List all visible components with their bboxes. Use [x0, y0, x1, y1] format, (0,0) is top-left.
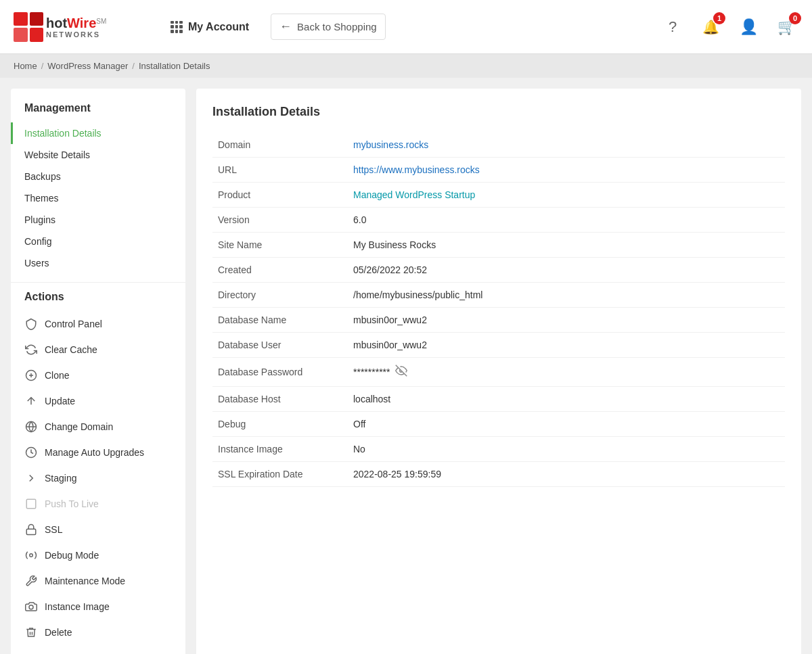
label-product: Product [212, 183, 348, 208]
config-label: Config [24, 236, 51, 247]
logo-hot: hot [46, 16, 67, 30]
table-row: URL https://www.mybusiness.rocks [212, 158, 785, 183]
label-directory: Directory [212, 283, 348, 308]
notification-badge: 1 [713, 12, 725, 24]
action-ssl[interactable]: SSL [11, 517, 185, 542]
help-icon: ? [669, 18, 677, 36]
toggle-password-icon[interactable] [395, 365, 407, 379]
value-version: 6.0 [348, 208, 785, 233]
value-created: 05/26/2022 20:52 [348, 258, 785, 283]
action-push-to-live: Push To Live [11, 491, 185, 517]
action-clone[interactable]: Clone [11, 363, 185, 388]
globe-icon [24, 420, 38, 434]
sidebar-item-users[interactable]: Users [11, 252, 185, 274]
management-title: Management [11, 102, 185, 122]
breadcrumb: Home / WordPress Manager / Installation … [0, 54, 812, 78]
delete-label: Delete [45, 627, 72, 638]
cart-badge: 0 [789, 12, 801, 24]
label-instance-image: Instance Image [212, 437, 348, 462]
website-details-label: Website Details [24, 149, 90, 160]
table-row: Database Name mbusin0or_wwu2 [212, 308, 785, 333]
staging-icon [24, 471, 38, 485]
value-instance-image: No [348, 437, 785, 462]
action-instance-image[interactable]: Instance Image [11, 594, 185, 620]
action-control-panel[interactable]: Control Panel [11, 311, 185, 337]
table-row: Database Host localhost [212, 387, 785, 412]
label-ssl-expiration: SSL Expiration Date [212, 462, 348, 487]
sidebar-item-themes[interactable]: Themes [11, 187, 185, 209]
value-domain: mybusiness.rocks [348, 133, 785, 158]
action-delete[interactable]: Delete [11, 620, 185, 645]
my-account-button[interactable]: My Account [162, 16, 257, 39]
action-manage-auto-upgrades[interactable]: Manage Auto Upgrades [11, 440, 185, 465]
value-debug: Off [348, 412, 785, 437]
lock-icon [24, 523, 38, 536]
label-created: Created [212, 258, 348, 283]
table-row: Directory /home/mybusiness/public_html [212, 283, 785, 308]
password-dots: ********** [353, 367, 390, 377]
breadcrumb-home[interactable]: Home [14, 61, 37, 71]
table-row: Version 6.0 [212, 208, 785, 233]
sidebar-item-website-details[interactable]: Website Details [11, 144, 185, 166]
sidebar-item-plugins[interactable]: Plugins [11, 209, 185, 231]
breadcrumb-sep-2: / [132, 61, 135, 71]
sidebar-item-installation-details[interactable]: Installation Details [11, 122, 185, 144]
clone-icon [24, 369, 38, 382]
table-row: Created 05/26/2022 20:52 [212, 258, 785, 283]
url-link[interactable]: https://www.mybusiness.rocks [353, 164, 480, 175]
table-row: Domain mybusiness.rocks [212, 133, 785, 158]
debug-icon [24, 548, 38, 562]
action-change-domain[interactable]: Change Domain [11, 414, 185, 440]
logo-sm: SM [96, 18, 106, 25]
actions-title: Actions [11, 291, 185, 311]
notifications-button[interactable]: 🔔 1 [698, 15, 723, 39]
header: hotWireSM NETWORKS My Account ← Back to … [0, 0, 812, 54]
table-row: Instance Image No [212, 437, 785, 462]
manage-auto-upgrades-label: Manage Auto Upgrades [45, 447, 144, 458]
account-button[interactable]: 👤 [736, 15, 761, 39]
product-link[interactable]: Managed WordPress Startup [353, 189, 475, 200]
backups-label: Backups [24, 171, 61, 182]
back-to-shopping-button[interactable]: ← Back to Shopping [271, 14, 386, 40]
staging-label: Staging [45, 473, 76, 484]
label-version: Version [212, 208, 348, 233]
change-domain-label: Change Domain [45, 421, 113, 432]
action-staging[interactable]: Staging [11, 465, 185, 491]
table-row: SSL Expiration Date 2022-08-25 19:59:59 [212, 462, 785, 487]
action-update[interactable]: Update [11, 388, 185, 414]
label-database-name: Database Name [212, 308, 348, 333]
plugins-label: Plugins [24, 214, 55, 225]
main-panel: Installation Details Domain mybusiness.r… [196, 89, 801, 654]
domain-link[interactable]: mybusiness.rocks [353, 139, 428, 150]
clock-icon [24, 446, 38, 459]
my-account-label: My Account [188, 21, 249, 33]
update-label: Update [45, 396, 75, 406]
themes-label: Themes [24, 193, 59, 204]
svg-point-10 [29, 605, 33, 609]
sidebar-item-backups[interactable]: Backups [11, 166, 185, 187]
cart-button[interactable]: 🛒 0 [774, 15, 798, 39]
action-clear-cache[interactable]: Clear Cache [11, 337, 185, 363]
svg-rect-8 [26, 529, 36, 534]
label-site-name: Site Name [212, 233, 348, 258]
sidebar-item-config[interactable]: Config [11, 231, 185, 252]
sidebar-divider [11, 282, 185, 283]
refresh-icon [24, 343, 38, 356]
action-maintenance-mode[interactable]: Maintenance Mode [11, 568, 185, 594]
breadcrumb-wordpress-manager[interactable]: WordPress Manager [47, 61, 128, 71]
svg-rect-7 [26, 499, 36, 509]
value-directory: /home/mybusiness/public_html [348, 283, 785, 308]
back-arrow-icon: ← [279, 20, 292, 34]
breadcrumb-sep-1: / [41, 61, 44, 71]
table-row: Debug Off [212, 412, 785, 437]
action-debug-mode[interactable]: Debug Mode [11, 542, 185, 568]
help-button[interactable]: ? [660, 15, 685, 39]
users-label: Users [24, 258, 49, 268]
value-ssl-expiration: 2022-08-25 19:59:59 [348, 462, 785, 487]
instance-image-label: Instance Image [45, 601, 110, 612]
table-row: Database Password ********** [212, 358, 785, 387]
ssl-label: SSL [45, 524, 62, 535]
push-to-live-label: Push To Live [45, 498, 99, 509]
table-row: Site Name My Business Rocks [212, 233, 785, 258]
value-site-name: My Business Rocks [348, 233, 785, 258]
